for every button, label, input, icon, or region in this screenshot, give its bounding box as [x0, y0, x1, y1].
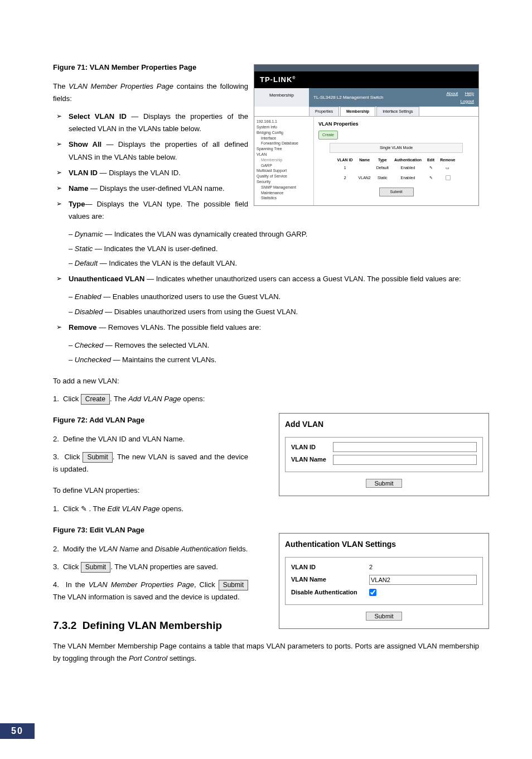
panel-title: Authentication VLAN Settings — [285, 538, 483, 551]
edit-step-2: 2. Modify the VLAN Name and Disable Auth… — [53, 543, 248, 555]
disable-auth-label: Disable Authentication — [291, 587, 369, 598]
table-row: 1Default Enabled ✎ ▭ — [335, 164, 458, 172]
tab-properties[interactable]: Properties — [309, 107, 339, 116]
edit-step-3: 3. Click Submit. The VLAN properties are… — [53, 561, 248, 573]
vlan-name-label: VLAN Name — [291, 574, 369, 585]
bullet-name: Name — Displays the user-defined VLAN na… — [69, 182, 248, 195]
about-link[interactable]: About — [446, 91, 458, 96]
vlan-table: VLAN IDNameType AuthenticationEditRemove… — [335, 156, 458, 184]
section-para: The VLAN Member Membership Page contains… — [53, 640, 479, 665]
remove-unchecked: – Unchecked — Maintains the current VLAN… — [53, 354, 479, 366]
tab-interface-settings[interactable]: Interface Settings — [376, 107, 419, 116]
panel-title: VLAN Properties — [318, 120, 474, 128]
device-title: TL-SL3428 L2 Management Switch — [313, 94, 383, 102]
create-button[interactable]: Create — [318, 131, 338, 140]
vlan-id-value: 2 — [369, 562, 373, 573]
pencil-icon[interactable]: ✎ — [429, 166, 433, 170]
type-default: – Default — Indicates the VLAN is the de… — [53, 257, 479, 270]
disable-auth-checkbox[interactable] — [369, 589, 376, 596]
vlan-id-label: VLAN ID — [291, 442, 333, 453]
vlan-name-input[interactable] — [369, 575, 477, 585]
vlan-mode: Single VLAN Mode — [330, 143, 463, 153]
submit-button[interactable]: Submit — [81, 562, 110, 573]
panel-title: Add VLAN — [285, 418, 483, 431]
pencil-icon[interactable]: ✎ — [81, 503, 87, 515]
vlan-name-input[interactable] — [333, 455, 477, 465]
logout-link[interactable]: Logout — [461, 98, 474, 105]
bullet-show-all: Show All — Displays the properties of al… — [69, 138, 248, 163]
define-lead: To define VLAN properties: — [53, 484, 248, 497]
tab-membership[interactable]: Membership — [340, 107, 375, 116]
figure-73-caption: Figure 73: Edit VLAN Page — [53, 524, 248, 536]
type-dynamic: – Dynamic — Indicates the VLAN was dynam… — [53, 228, 479, 241]
add-step-1: 1. Click Create. The Add VLAN Page opens… — [53, 393, 479, 405]
vlan-id-input[interactable] — [333, 442, 477, 452]
bullet-unauth: Unauthenticaed VLAN — Indicates whether … — [69, 273, 479, 285]
submit-button[interactable]: Submit — [379, 188, 414, 196]
unauth-disabled: – Disabled — Disables unauthorized users… — [53, 306, 479, 318]
submit-button[interactable]: Submit — [219, 580, 248, 590]
page-number: 50 — [0, 723, 35, 739]
table-row: 2VLAN2Static Enabled ✎ — [335, 172, 458, 184]
add-vlan-lead: To add a new VLAN: — [53, 375, 479, 387]
help-link[interactable]: Help — [465, 91, 474, 96]
add-step-3: 3. Click Submit. The new VLAN is saved a… — [53, 451, 248, 475]
remove-checked: – Checked — Removes the selected VLAN. — [53, 339, 479, 352]
create-button[interactable]: Create — [81, 394, 110, 405]
submit-button[interactable]: Submit — [83, 452, 112, 463]
unauth-enabled: – Enabled — Enables unauthorized users t… — [53, 291, 479, 303]
bullet-select-vlan-id: Select VLAN ID — Displays the properties… — [69, 111, 248, 135]
remove-checkbox[interactable] — [446, 175, 451, 180]
type-static: – Static — Indicates the VLAN is user-de… — [53, 243, 479, 255]
add-step-2: 2. Define the VLAN ID and VLAN Name. — [53, 433, 248, 445]
figure-71-screenshot: TP-LINK® Membership TL-SL3428 L2 Managem… — [254, 64, 479, 206]
bullet-type: Type— Displays the VLAN type. The possib… — [69, 198, 248, 223]
vlan-name-label: VLAN Name — [291, 454, 333, 465]
tplink-logo: TP-LINK® — [254, 71, 478, 88]
submit-button[interactable]: Submit — [366, 612, 402, 621]
define-step-1: 1. Click ✎ . The Edit VLAN Page opens. — [53, 503, 248, 515]
side-title: Membership — [254, 88, 309, 107]
fig71-intro: The VLAN Member Properties Page contains… — [53, 80, 248, 105]
add-vlan-panel: Add VLAN VLAN ID VLAN Name Submit — [279, 413, 489, 496]
nav-tree[interactable]: 192.168.1.1 System Info Bridging Config … — [254, 117, 314, 205]
vlan-id-label: VLAN ID — [291, 562, 369, 573]
pencil-icon[interactable]: ✎ — [429, 176, 433, 180]
submit-button[interactable]: Submit — [366, 479, 402, 488]
edit-step-4: 4. In the VLAN Member Properties Page, C… — [53, 579, 248, 603]
auth-vlan-panel: Authentication VLAN Settings VLAN ID2 VL… — [279, 533, 489, 629]
bullet-remove: Remove — Removes VLANs. The possible fie… — [69, 321, 479, 334]
bullet-vlan-id: VLAN ID — Displays the VLAN ID. — [69, 167, 248, 179]
